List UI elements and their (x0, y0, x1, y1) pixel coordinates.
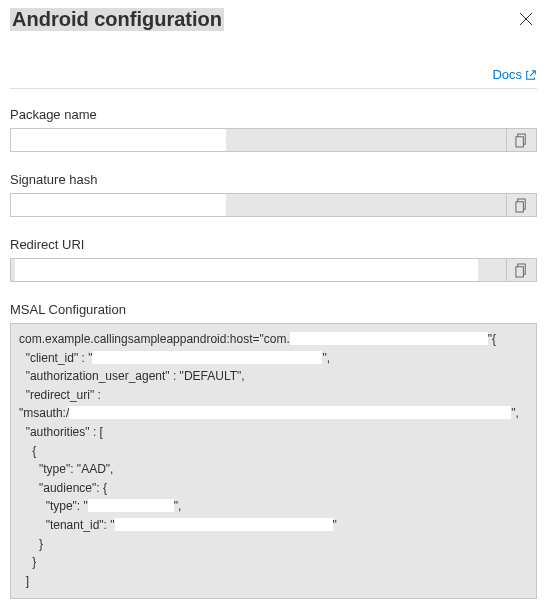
signature-hash-label: Signature hash (10, 172, 537, 187)
docs-link-label: Docs (492, 67, 522, 82)
copy-redirect-uri-button[interactable] (506, 259, 536, 281)
close-icon (519, 12, 533, 26)
copy-icon (515, 133, 528, 148)
close-button[interactable] (515, 8, 537, 33)
package-name-input[interactable] (11, 129, 226, 151)
svg-rect-5 (516, 266, 523, 276)
redirect-uri-label: Redirect URI (10, 237, 537, 252)
svg-rect-1 (516, 136, 523, 146)
copy-signature-hash-button[interactable] (506, 194, 536, 216)
page-title: Android configuration (10, 8, 224, 31)
msal-config-code[interactable]: com.example.callingsampleappandroid:host… (10, 323, 537, 599)
redacted-client-id (92, 351, 322, 364)
docs-link[interactable]: Docs (492, 67, 537, 82)
copy-icon (515, 198, 528, 213)
copy-icon (515, 263, 528, 278)
signature-hash-input[interactable] (11, 194, 226, 216)
redacted-redirect-uri (69, 406, 511, 419)
redacted-audience-type (88, 499, 174, 512)
external-link-icon (525, 69, 537, 81)
msal-config-label: MSAL Configuration (10, 302, 537, 317)
svg-rect-3 (516, 201, 523, 211)
copy-package-name-button[interactable] (506, 129, 536, 151)
package-name-label: Package name (10, 107, 537, 122)
redirect-uri-input[interactable] (15, 259, 478, 281)
redacted-tenant-id (115, 518, 333, 531)
redacted-host (290, 332, 488, 345)
